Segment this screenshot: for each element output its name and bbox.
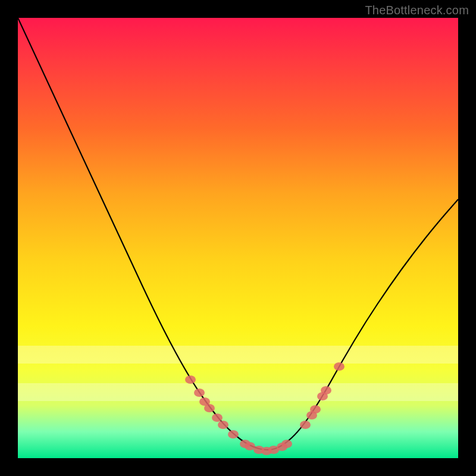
curve-marker [212,414,223,422]
plot-area [18,18,458,458]
curve-markers [185,362,345,455]
curve-marker [334,362,345,371]
curve-marker [321,386,331,394]
curve-marker [218,421,228,429]
curve-layer [18,18,458,458]
curve-marker [185,375,196,384]
bottleneck-curve [18,18,458,450]
curve-marker [204,404,215,412]
curve-marker [281,440,292,448]
watermark-text: TheBottleneck.com [365,4,469,17]
curve-marker [300,421,311,429]
curve-marker [228,430,239,439]
curve-marker [310,405,321,414]
curve-marker [194,389,205,397]
